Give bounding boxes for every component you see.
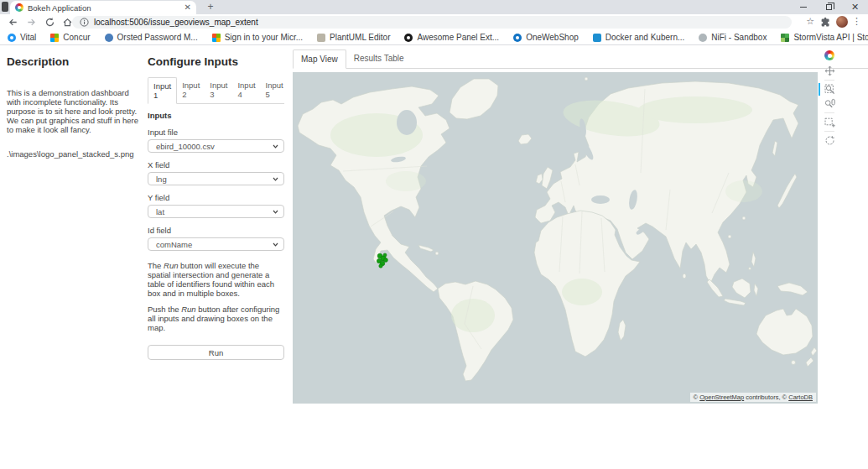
y-field-label: Y field	[148, 193, 284, 202]
url-text: localhost:5006/issue_geoviews_map_extent	[94, 18, 258, 27]
bookmark-stormvista[interactable]: StormVista API | Sto...	[781, 33, 868, 42]
tasmania	[792, 361, 796, 365]
map-canvas[interactable]: © OpenStreetMap contributors, © CartoDB	[293, 72, 818, 404]
map-panel: Map View Results Table	[293, 50, 868, 404]
forward-icon[interactable]	[26, 17, 37, 28]
app-page: Description This is a demonstration dash…	[0, 45, 868, 469]
ireland	[536, 174, 543, 184]
bookmark-microsoft-signin[interactable]: Sign in to your Micr...	[212, 33, 303, 42]
map-attribution: © OpenStreetMap contributors, © CartoDB	[690, 393, 816, 402]
new-zealand-north	[811, 347, 817, 356]
svalbard	[585, 77, 588, 81]
openstreetmap-link[interactable]: OpenStreetMap	[699, 393, 744, 401]
vital-favicon	[8, 34, 16, 42]
black-sea	[591, 195, 610, 204]
description-panel: Description This is a demonstration dash…	[7, 55, 139, 159]
bookmark-vital[interactable]: Vital	[8, 33, 36, 42]
input-file-label: Input file	[148, 128, 284, 137]
sumatra	[707, 279, 723, 297]
run-button[interactable]: Run	[148, 345, 284, 360]
tab-input-3[interactable]: Input 3	[205, 77, 232, 103]
back-icon[interactable]	[8, 17, 18, 28]
y-field-select[interactable]: lat	[148, 205, 284, 218]
browser-menu-icon[interactable]: ⋮	[852, 16, 861, 27]
tab-input-5[interactable]: Input 5	[261, 77, 288, 103]
box-zoom-tool-icon[interactable]	[824, 84, 835, 95]
box-edit-tool-icon[interactable]	[824, 117, 835, 128]
tab-input-1[interactable]: Input 1	[148, 77, 177, 104]
new-zealand-south	[806, 357, 813, 367]
x-field-select[interactable]: lng	[148, 172, 284, 185]
cuba	[418, 245, 434, 252]
concur-favicon	[50, 34, 59, 42]
browser-tab[interactable]: Bokeh Application ✕	[10, 1, 196, 14]
browser-window: Bokeh Application ✕ + ✕ localhost:5006/i…	[0, 0, 868, 469]
bookmark-nifi-sandbox[interactable]: NiFi - Sandbox	[699, 33, 767, 42]
bokeh-toolbar	[823, 50, 836, 148]
cartodb-link[interactable]: CartoDB	[788, 393, 813, 401]
pan-tool-icon[interactable]	[824, 65, 835, 76]
browser-toolbar: localhost:5006/issue_geoviews_map_extent…	[0, 14, 868, 30]
java	[724, 299, 746, 305]
stormvista-favicon	[781, 34, 789, 42]
tab-input-4[interactable]: Input 4	[232, 77, 260, 103]
run-help-paragraph-2: Push the Run button after configuring al…	[148, 305, 284, 332]
browser-titlebar: Bokeh Application ✕ + ✕	[0, 0, 868, 14]
greenland	[450, 79, 498, 119]
japan	[777, 174, 797, 208]
site-info-icon[interactable]	[80, 18, 89, 27]
id-field-label: Id field	[148, 226, 284, 235]
input-tab-strip: Input 1 Input 2 Input 3 Input 4 Input 5	[148, 77, 284, 104]
bookmark-onewebshop[interactable]: OneWebShop	[513, 33, 579, 42]
new-guinea	[777, 283, 808, 295]
docker-favicon	[593, 34, 601, 42]
bookmark-awesome-panel[interactable]: Awesome Panel Ext...	[404, 33, 499, 42]
close-button[interactable]: ✕	[842, 0, 868, 14]
id-field-select[interactable]: comName	[148, 237, 284, 251]
reload-icon[interactable]	[44, 17, 55, 28]
inputs-section-title: Inputs	[148, 111, 284, 120]
extensions-icon[interactable]	[820, 17, 831, 28]
minimize-button[interactable]	[790, 0, 816, 14]
bookmark-docker-kubernetes[interactable]: Docker and Kubern...	[593, 33, 685, 42]
sakhalin	[772, 141, 777, 156]
madagascar	[618, 320, 626, 341]
address-bar[interactable]: localhost:5006/issue_geoviews_map_extent	[72, 16, 792, 29]
chevron-down-icon	[273, 177, 278, 181]
bookmarks-bar: Vital Concur Orsted Password M... Sign i…	[0, 30, 868, 45]
chevron-down-icon	[273, 242, 278, 247]
profile-avatar[interactable]	[836, 16, 848, 28]
bookmark-concur[interactable]: Concur	[50, 33, 90, 42]
toolbar-separator	[824, 112, 834, 113]
bokeh-logo[interactable]	[824, 50, 834, 60]
reset-tool-icon[interactable]	[824, 135, 835, 146]
bookmark-star-icon[interactable]: ☆	[806, 16, 814, 27]
tab-close-icon[interactable]: ✕	[185, 3, 191, 12]
configure-inputs-panel: Configure Inputs Input 1 Input 2 Input 3…	[148, 55, 284, 360]
map-tab-strip: Map View Results Table	[293, 50, 868, 69]
bookmark-orsted-password[interactable]: Orsted Password M...	[105, 33, 198, 42]
configure-inputs-title: Configure Inputs	[148, 55, 284, 68]
run-help-paragraph-1: The Run button will execute the spatial …	[148, 261, 284, 298]
restore-button[interactable]	[816, 0, 842, 14]
orsted-favicon	[105, 34, 113, 42]
input-file-select[interactable]: ebird_10000.csv	[148, 139, 284, 153]
hudson-bay	[397, 110, 417, 135]
hainan	[728, 235, 731, 238]
sulawesi	[754, 284, 758, 296]
tab-input-2[interactable]: Input 2	[177, 77, 205, 103]
tab-results-table[interactable]: Results Table	[346, 50, 412, 68]
chevron-down-icon	[273, 210, 278, 214]
mindanao	[749, 268, 751, 270]
bookmark-plantuml[interactable]: PlantUML Editor	[317, 33, 390, 42]
description-title: Description	[7, 55, 139, 68]
microsoft-favicon	[212, 34, 221, 42]
chevron-down-icon	[273, 144, 278, 149]
great-britain	[542, 167, 553, 189]
tab-map-view[interactable]: Map View	[293, 50, 346, 69]
world-map	[293, 72, 818, 404]
new-tab-button[interactable]: +	[205, 2, 216, 13]
wheel-zoom-tool-icon[interactable]	[824, 98, 835, 109]
tab-title: Bokeh Application	[28, 3, 180, 13]
sri-lanka	[683, 274, 686, 279]
